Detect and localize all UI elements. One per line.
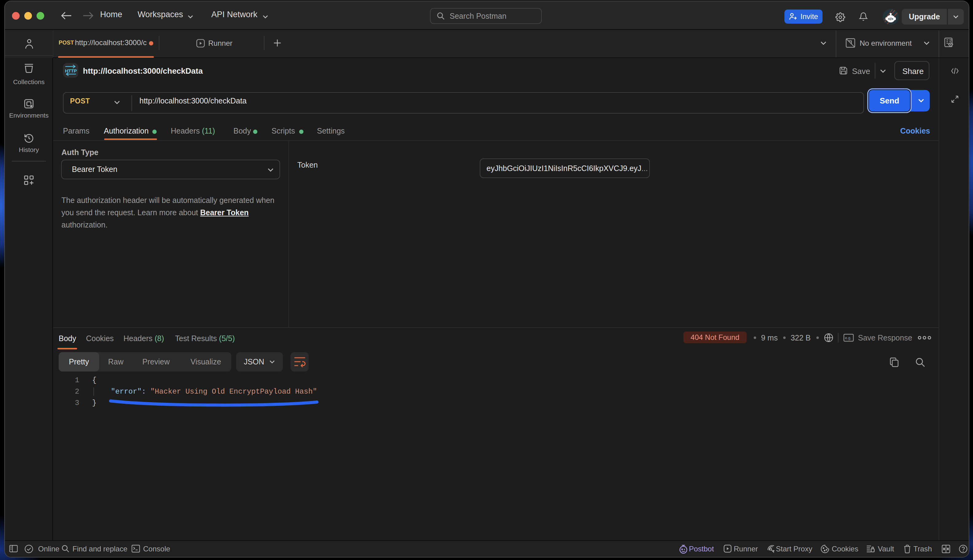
svg-text:e.g.: e.g.	[845, 336, 851, 340]
svg-text:HTTP: HTTP	[65, 68, 77, 73]
svg-text:</>: </>	[888, 17, 893, 21]
